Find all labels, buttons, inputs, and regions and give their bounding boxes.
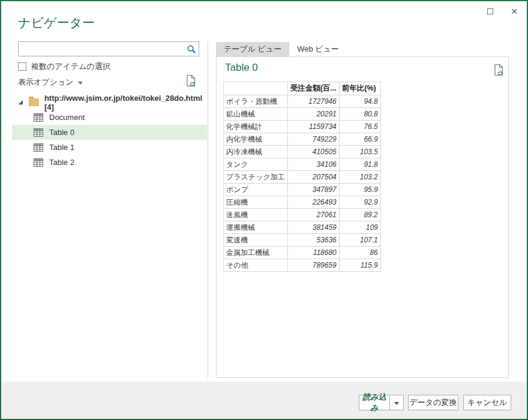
table-row: 内冷凍機械410505103.5	[224, 146, 381, 158]
row-value-cell: 76.5	[339, 121, 380, 133]
row-value-cell: 103.2	[339, 171, 380, 184]
row-label-cell: その他	[224, 259, 288, 272]
row-label-cell: タンク	[224, 158, 288, 171]
row-label-cell: 内化学機械	[224, 133, 288, 146]
tree-item-table-2[interactable]: Table 2	[12, 155, 207, 170]
header-cell-blank	[224, 82, 288, 95]
multi-select-checkbox[interactable]	[18, 62, 26, 71]
row-value-cell: 207504	[287, 171, 339, 184]
maximize-button[interactable]	[482, 5, 498, 18]
tree-expander-icon[interactable]	[18, 100, 23, 105]
tree-root-url[interactable]: http://www.jsim.or.jp/tokei/tokei_28do.h…	[12, 95, 207, 110]
table-row: ポンプ34789795.9	[224, 184, 381, 196]
row-label-cell: 運搬機械	[224, 221, 288, 234]
table-row: その他789659115.9	[224, 259, 381, 272]
row-value-cell: 80.8	[339, 108, 380, 121]
page-title: ナビゲーター	[18, 14, 95, 31]
header-cell-yoy: 前年比(%)	[339, 82, 380, 95]
row-value-cell: 86	[339, 247, 380, 259]
row-value-cell: 381459	[287, 221, 339, 234]
navigator-dialog: ✕ ナビゲーター 複数のアイテムの選択 表示オプション	[0, 0, 528, 420]
chevron-down-icon	[394, 402, 399, 405]
table-row: 変速機53636107.1	[224, 234, 381, 247]
refresh-button-left[interactable]	[185, 74, 197, 90]
table-icon	[34, 128, 43, 137]
chevron-down-icon	[78, 82, 83, 85]
table-row: 化学機械計115973476.5	[224, 121, 381, 133]
view-tabs: テーブル ビュー Web ビュー	[216, 42, 347, 56]
table-icon	[34, 158, 43, 167]
tree-item-label: Table 2	[49, 158, 74, 167]
row-value-cell: 226493	[287, 196, 339, 209]
refresh-button-right[interactable]	[493, 64, 505, 79]
row-value-cell: 1159734	[287, 121, 339, 133]
row-label-cell: 変速機	[224, 234, 288, 247]
close-button[interactable]: ✕	[506, 5, 522, 18]
row-value-cell: 95.9	[339, 184, 380, 196]
tree-item-table-0[interactable]: Table 0	[12, 125, 207, 140]
table-row: 圧縮機22649392.9	[224, 196, 381, 209]
table-header-row: 受注金額(百... 前年比(%)	[224, 82, 381, 95]
multi-select-label: 複数のアイテムの選択	[31, 61, 110, 72]
close-icon: ✕	[511, 7, 518, 16]
search-box	[18, 41, 199, 56]
panel-divider	[208, 42, 208, 378]
transform-data-button[interactable]: データの変換	[408, 395, 458, 410]
tree-item-label: Document	[49, 113, 85, 122]
row-value-cell: 66.9	[339, 133, 380, 146]
row-value-cell: 115.9	[339, 259, 380, 272]
row-value-cell: 27061	[287, 209, 339, 221]
preview-table: 受注金額(百... 前年比(%) ボイラ・原動機172794694.8鉱山機械2…	[223, 82, 381, 272]
row-label-cell: 圧縮機	[224, 196, 288, 209]
multi-select-row: 複数のアイテムの選択	[18, 61, 110, 72]
search-icon[interactable]	[184, 42, 199, 56]
display-options-label: 表示オプション	[18, 77, 74, 88]
row-label-cell: プラスチック加工	[224, 171, 288, 184]
table-icon	[34, 143, 43, 152]
preview-title: Table 0	[225, 62, 258, 74]
row-label-cell: ボイラ・原動機	[224, 95, 288, 108]
row-value-cell: 89.2	[339, 209, 380, 221]
row-value-cell: 34106	[287, 158, 339, 171]
tab-web-view[interactable]: Web ビュー	[289, 42, 347, 56]
row-value-cell: 94.8	[339, 95, 380, 108]
table-row: 運搬機械381459109	[224, 221, 381, 234]
row-value-cell: 53636	[287, 234, 339, 247]
row-value-cell: 20291	[287, 108, 339, 121]
cancel-button[interactable]: キャンセル	[463, 395, 511, 410]
table-row: 金属加工機械11868086	[224, 247, 381, 259]
row-value-cell: 107.1	[339, 234, 380, 247]
folder-icon	[29, 98, 39, 106]
row-value-cell: 347897	[287, 184, 339, 196]
row-label-cell: ポンプ	[224, 184, 288, 196]
row-value-cell: 109	[339, 221, 380, 234]
search-input[interactable]	[19, 42, 184, 56]
header-cell-amount: 受注金額(百...	[287, 82, 339, 95]
table-row: ボイラ・原動機172794694.8	[224, 95, 381, 108]
row-label-cell: 化学機械計	[224, 121, 288, 133]
maximize-icon	[487, 8, 493, 14]
table-row: タンク3410691.8	[224, 158, 381, 171]
tree-item-table-1[interactable]: Table 1	[12, 140, 207, 155]
tree-root-label: http://www.jsim.or.jp/tokei/tokei_28do.h…	[44, 94, 207, 112]
row-value-cell: 410505	[287, 146, 339, 158]
row-value-cell: 92.9	[339, 196, 380, 209]
row-label-cell: 鉱山機械	[224, 108, 288, 121]
window-controls: ✕	[482, 5, 522, 18]
table-row: 内化学機械74922966.9	[224, 133, 381, 146]
row-value-cell: 103.5	[339, 146, 380, 158]
tree-item-label: Table 0	[49, 128, 74, 137]
tree-item-document[interactable]: Document	[12, 110, 207, 125]
row-value-cell: 118680	[287, 247, 339, 259]
display-options-dropdown[interactable]: 表示オプション	[18, 77, 83, 88]
table-icon	[34, 113, 43, 122]
load-button[interactable]: 読み込み	[359, 395, 390, 410]
row-label-cell: 金属加工機械	[224, 247, 288, 259]
row-value-cell: 91.8	[339, 158, 380, 171]
tab-table-view[interactable]: テーブル ビュー	[216, 42, 289, 56]
row-label-cell: 内冷凍機械	[224, 146, 288, 158]
table-row: プラスチック加工207504103.2	[224, 171, 381, 184]
tree-item-label: Table 1	[49, 143, 74, 152]
load-dropdown-button[interactable]	[389, 395, 404, 410]
row-label-cell: 送風機	[224, 209, 288, 221]
